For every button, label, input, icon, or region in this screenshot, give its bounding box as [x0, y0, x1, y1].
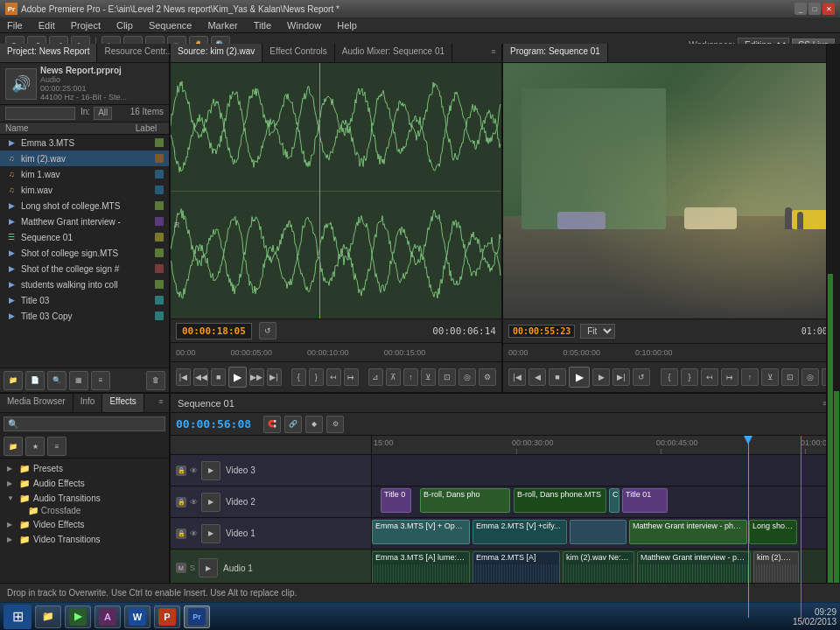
- file-item-5[interactable]: ▶Matthew Grant interview -: [0, 214, 169, 229]
- taskbar-word[interactable]: W: [124, 606, 150, 628]
- timeline-timecode[interactable]: 00:00:56:08: [176, 417, 251, 430]
- audio-transitions-header[interactable]: ▼ 📁 Audio Transitions: [4, 492, 165, 505]
- track-lock-v3[interactable]: 🔒: [176, 466, 186, 476]
- file-item-6[interactable]: ☰Sequence 01: [0, 229, 169, 245]
- prog-goto-in[interactable]: ↤: [701, 368, 718, 386]
- menu-help[interactable]: Help: [333, 20, 360, 31]
- effects-list-view[interactable]: ≡: [47, 437, 66, 456]
- tl-add-marker[interactable]: ◆: [305, 416, 323, 433]
- track-eye-v2[interactable]: 👁: [190, 498, 198, 507]
- project-in-select[interactable]: All: [94, 107, 112, 120]
- tab-audio-mixer[interactable]: Audio Mixer: Sequence 01: [335, 44, 452, 62]
- prog-loop[interactable]: ↺: [633, 368, 650, 386]
- menu-window[interactable]: Window: [284, 20, 325, 31]
- source-prev-frame[interactable]: ◀◀: [193, 368, 208, 386]
- file-item-11[interactable]: ▶Title 03 Copy: [0, 308, 169, 324]
- source-lift[interactable]: ↑: [403, 368, 418, 386]
- track-eye-v3[interactable]: 👁: [190, 466, 198, 475]
- prog-stop[interactable]: ■: [549, 368, 566, 386]
- prog-lift[interactable]: ↑: [741, 368, 759, 386]
- source-extract[interactable]: ⊻: [421, 368, 436, 386]
- file-item-10[interactable]: ▶Title 03: [0, 292, 169, 308]
- menu-edit[interactable]: Edit: [35, 20, 59, 31]
- project-delete[interactable]: 🗑: [146, 371, 165, 390]
- effects-search-input[interactable]: [4, 416, 165, 431]
- source-insert[interactable]: ⊿: [368, 368, 383, 386]
- source-output[interactable]: ◎: [458, 368, 476, 386]
- menu-project[interactable]: Project: [67, 20, 104, 31]
- file-item-7[interactable]: ▶Shot of college sign.MTS: [0, 245, 169, 261]
- program-timecode-in[interactable]: 00:00:55:23: [508, 325, 575, 338]
- source-stop[interactable]: ■: [211, 368, 226, 386]
- video-transitions-header[interactable]: ▶ 📁 Video Transitions: [4, 533, 165, 546]
- menu-clip[interactable]: Clip: [113, 20, 136, 31]
- source-step-back[interactable]: |◀: [176, 368, 191, 386]
- file-item-3[interactable]: ♫kim.wav: [0, 182, 169, 198]
- source-mark-in[interactable]: {: [291, 368, 306, 386]
- project-list-view[interactable]: ≡: [91, 371, 110, 390]
- menu-title[interactable]: Title: [250, 20, 275, 31]
- prog-step-back[interactable]: ◀: [528, 368, 546, 386]
- track-lock-v1[interactable]: 🔒: [176, 528, 186, 539]
- prog-step-forward[interactable]: ▶: [592, 368, 610, 386]
- tl-link[interactable]: 🔗: [284, 416, 302, 433]
- clip-c[interactable]: C: [609, 488, 620, 513]
- tab-media-browser[interactable]: Media Browser: [0, 394, 74, 412]
- track-lock-v2[interactable]: 🔒: [176, 497, 186, 508]
- track-expand-a1[interactable]: ▶: [199, 558, 218, 578]
- prog-mark-out[interactable]: }: [681, 368, 698, 386]
- prog-prev-edit[interactable]: |◀: [508, 368, 526, 386]
- project-new-item[interactable]: 📄: [25, 371, 45, 390]
- file-item-9[interactable]: ▶students walking into coll: [0, 276, 169, 292]
- project-icon-view[interactable]: ▦: [69, 371, 88, 390]
- prog-extract[interactable]: ⊻: [761, 368, 779, 386]
- source-overwrite[interactable]: ⊼: [386, 368, 401, 386]
- maximize-button[interactable]: □: [808, 3, 821, 15]
- crossfade-item[interactable]: 📁 Crossfade: [4, 505, 165, 516]
- menu-file[interactable]: File: [4, 20, 26, 31]
- tab-effects[interactable]: Effects: [102, 394, 144, 412]
- source-btn-loop[interactable]: ↺: [259, 322, 276, 340]
- clip-unknown[interactable]: [570, 520, 626, 544]
- track-lock-a1[interactable]: M: [176, 563, 186, 573]
- source-play[interactable]: ▶: [228, 367, 246, 388]
- prog-play[interactable]: ▶: [569, 367, 590, 388]
- audio-effects-header[interactable]: ▶ 📁 Audio Effects: [4, 477, 165, 490]
- taskbar-app3[interactable]: A: [94, 606, 121, 628]
- source-safe-margins[interactable]: ⊡: [438, 368, 456, 386]
- tab-source[interactable]: Source: kim (2).wav: [171, 44, 262, 62]
- prog-safe-margins[interactable]: ⊡: [781, 368, 799, 386]
- taskbar-presentation[interactable]: P: [154, 606, 180, 628]
- source-timecode-in[interactable]: 00:00:18:05: [176, 323, 252, 340]
- clip-title0[interactable]: Title 0: [381, 488, 411, 513]
- tab-effect-controls[interactable]: Effect Controls: [262, 44, 334, 62]
- effects-new-custom[interactable]: ★: [25, 437, 45, 456]
- clip-longshot-v[interactable]: Long shot of colle...: [749, 520, 797, 544]
- tl-snap[interactable]: 🧲: [263, 416, 281, 433]
- tab-info[interactable]: Info: [74, 394, 103, 412]
- program-fit-select[interactable]: Fit: [580, 324, 615, 339]
- source-settings[interactable]: ⚙: [479, 368, 496, 386]
- presets-header[interactable]: ▶ 📁 Presets: [4, 462, 165, 475]
- project-new-bin[interactable]: 📁: [4, 371, 23, 390]
- effects-new-folder[interactable]: 📁: [4, 437, 23, 456]
- track-expand-v1[interactable]: ▶: [201, 524, 220, 543]
- track-expand-v2[interactable]: ▶: [201, 493, 220, 512]
- tab-project[interactable]: Project: News Report: [0, 44, 97, 62]
- track-expand-v3[interactable]: ▶: [201, 461, 220, 480]
- taskbar-explorer[interactable]: 📁: [35, 606, 61, 628]
- tab-resource-centre[interactable]: Resource Centr...: [97, 44, 180, 62]
- minimize-button[interactable]: _: [794, 3, 807, 15]
- prog-goto-out[interactable]: ↦: [721, 368, 738, 386]
- track-eye-v1[interactable]: 👁: [190, 529, 198, 538]
- source-goto-out[interactable]: ↦: [344, 368, 359, 386]
- source-next-frame[interactable]: ▶▶: [249, 368, 264, 386]
- taskbar-premiere[interactable]: Pr: [184, 606, 210, 628]
- clip-broll2[interactable]: B-roll, Dans phone.MTS: [514, 488, 606, 513]
- prog-mark-in[interactable]: {: [661, 368, 678, 386]
- clip-emma3v[interactable]: Emma 3.MTS [V] + Opacity...: [372, 520, 470, 544]
- menu-marker[interactable]: Marker: [204, 20, 241, 31]
- close-button[interactable]: ✕: [822, 3, 835, 15]
- source-goto-in[interactable]: ↤: [326, 368, 341, 386]
- project-search-input[interactable]: [5, 107, 75, 120]
